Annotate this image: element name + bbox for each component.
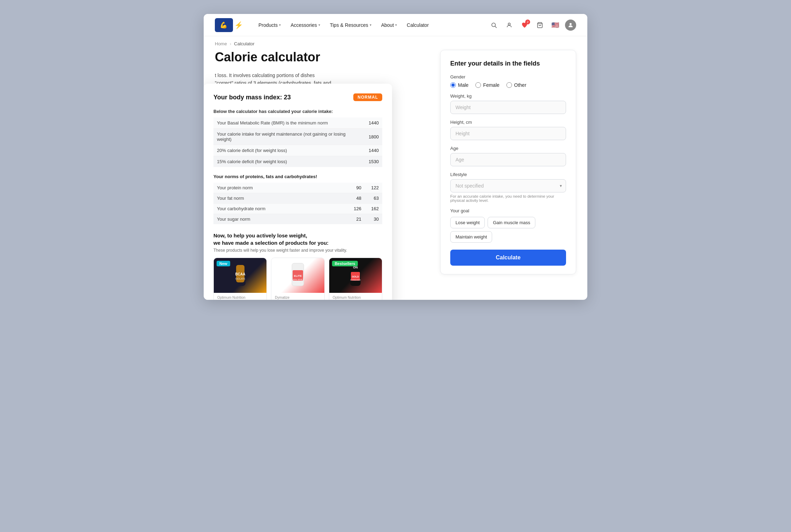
table-row: Your protein norm 90 122 xyxy=(213,183,382,193)
nav-calculator[interactable]: Calculator xyxy=(402,20,433,31)
age-input[interactable] xyxy=(450,153,566,166)
product-image: ELITE 100% WHEY xyxy=(271,258,324,293)
language-button[interactable]: 🇺🇸 xyxy=(550,20,561,31)
calorie-row-value: 1440 xyxy=(361,145,382,156)
macro-kcal: 122 xyxy=(365,183,382,193)
macro-g: 48 xyxy=(347,193,365,204)
gender-male-radio[interactable] xyxy=(450,82,456,88)
goal-maintain-weight[interactable]: Maintain weight xyxy=(450,231,492,243)
product-card[interactable]: ELITE 100% WHEY Dymatize Elite 100% Whey… xyxy=(271,258,324,300)
macro-kcal: 30 xyxy=(365,214,382,225)
gender-male-option[interactable]: Male xyxy=(450,82,468,88)
calorie-row-label: 15% calorie deficit (for weight loss) xyxy=(213,156,361,167)
svg-text:💪: 💪 xyxy=(220,21,228,29)
svg-point-6 xyxy=(570,23,572,25)
lifestyle-field: Lifestyle Not specified Sedentary Lightl… xyxy=(450,172,566,203)
product-info: Dymatize Elite 100% Whey Gourmet V... xyxy=(271,293,324,300)
promo-section: Now, to help you actively lose weight,we… xyxy=(213,232,382,300)
gender-other-radio[interactable] xyxy=(506,82,512,88)
gender-options: Male Female Other xyxy=(450,82,566,88)
breadcrumb: Home › Calculator xyxy=(204,36,587,50)
bmi-title: Your body mass index: 23 xyxy=(213,94,291,101)
product-tag-new: New xyxy=(217,261,230,266)
calculate-button[interactable]: Calculate xyxy=(450,250,566,266)
height-input[interactable] xyxy=(450,127,566,140)
logo-icon: 💪 xyxy=(215,18,233,32)
weight-field: Weight, kg xyxy=(450,93,566,114)
nav-accessories[interactable]: Accessories ▾ xyxy=(286,20,324,31)
svg-text:BCAA: BCAA xyxy=(235,272,245,276)
lifestyle-select-wrap: Not specified Sedentary Lightly active M… xyxy=(450,179,566,192)
product-brand: Optimum Nutrition xyxy=(333,296,378,299)
svg-text:STANDARD: STANDARD xyxy=(350,279,361,281)
gender-other-option[interactable]: Other xyxy=(506,82,526,88)
macro-g: 126 xyxy=(347,204,365,214)
chevron-down-icon: ▾ xyxy=(279,23,281,27)
age-field: Age xyxy=(450,146,566,166)
product-info: Optimum Nutrition Protein Meal Replac... xyxy=(329,293,382,300)
page-title: Calorie calculator xyxy=(215,50,429,64)
svg-line-3 xyxy=(495,26,497,28)
result-card: Your body mass index: 23 NORMAL Below th… xyxy=(204,84,392,300)
svg-point-2 xyxy=(492,23,496,27)
height-field: Height, cm xyxy=(450,120,566,140)
calorie-row-value: 1440 xyxy=(361,117,382,129)
nav-about[interactable]: About ▾ xyxy=(377,20,401,31)
nav-products[interactable]: Products ▾ xyxy=(254,20,285,31)
svg-text:GOLD: GOLD xyxy=(352,275,359,278)
macro-kcal: 63 xyxy=(365,193,382,204)
form-title: Enter your details in the fields xyxy=(450,60,566,67)
weight-input[interactable] xyxy=(450,101,566,114)
table-row: 15% calorie deficit (for weight loss) 15… xyxy=(213,156,382,167)
account-button[interactable] xyxy=(504,20,515,31)
goal-field: Your goal Lose weight Gain muscle mass M… xyxy=(450,208,566,243)
wishlist-badge: 2 xyxy=(525,20,530,24)
gender-female-radio[interactable] xyxy=(475,82,481,88)
calculator-form-panel: Enter your details in the fields Gender … xyxy=(440,50,576,274)
product-tag-bestseller: Bestsellers xyxy=(332,261,358,266)
table-row: Your calorie intake for weight maintenan… xyxy=(213,129,382,145)
table-row: Your fat norm 48 63 xyxy=(213,193,382,204)
macro-g: 90 xyxy=(347,183,365,193)
breadcrumb-separator: › xyxy=(230,41,231,46)
browser-window: 💪 ⚡ Products ▾ Accessories ▾ Tips & Reso… xyxy=(204,14,587,300)
cart-button[interactable] xyxy=(534,20,545,31)
lifestyle-select[interactable]: Not specified Sedentary Lightly active M… xyxy=(450,179,566,192)
svg-text:ISOLATE: ISOLATE xyxy=(235,278,245,280)
calorie-row-value: 1800 xyxy=(361,129,382,145)
calorie-subtitle: Below the calculator has calculated your… xyxy=(213,109,382,114)
svg-text:100% WHEY: 100% WHEY xyxy=(292,279,304,281)
age-label: Age xyxy=(450,146,566,151)
weight-label: Weight, kg xyxy=(450,93,566,99)
product-card[interactable]: BCAA ISOLATE New Optimum Nutrition BCAA … xyxy=(213,258,267,300)
gender-label: Gender xyxy=(450,74,566,79)
breadcrumb-current: Calculator xyxy=(234,41,255,46)
calorie-row-label: Your calorie intake for weight maintenan… xyxy=(213,129,361,145)
search-button[interactable] xyxy=(488,20,499,31)
logo[interactable]: 💪 ⚡ xyxy=(215,18,243,32)
logo-text: ⚡ xyxy=(234,21,243,29)
calorie-row-label: 20% calorie deficit (for weight loss) xyxy=(213,145,361,156)
goal-options: Lose weight Gain muscle mass Maintain we… xyxy=(450,217,566,243)
goal-lose-weight[interactable]: Lose weight xyxy=(450,217,485,228)
macros-title: Your norms of proteins, fats and carbohy… xyxy=(213,174,382,179)
bmi-badge: NORMAL xyxy=(353,93,382,101)
lifestyle-label: Lifestyle xyxy=(450,172,566,177)
product-brand: Optimum Nutrition xyxy=(217,296,263,299)
calorie-row-value: 1530 xyxy=(361,156,382,167)
goal-gain-muscle[interactable]: Gain muscle mass xyxy=(488,217,535,228)
user-avatar[interactable] xyxy=(565,20,576,31)
svg-point-4 xyxy=(508,23,510,25)
macro-label: Your fat norm xyxy=(213,193,347,204)
chevron-down-icon: ▾ xyxy=(318,23,320,27)
wishlist-button[interactable]: 2 xyxy=(519,20,530,31)
table-row: Your carbohydrate norm 126 162 xyxy=(213,204,382,214)
height-label: Height, cm xyxy=(450,120,566,125)
macros-table: Your protein norm 90 122 Your fat norm 4… xyxy=(213,183,382,224)
gender-field: Gender Male Female Other xyxy=(450,74,566,88)
nav-tips[interactable]: Tips & Resources ▾ xyxy=(326,20,376,31)
gender-female-option[interactable]: Female xyxy=(475,82,499,88)
macro-label: Your protein norm xyxy=(213,183,347,193)
products-row: BCAA ISOLATE New Optimum Nutrition BCAA … xyxy=(213,258,382,300)
product-card[interactable]: GOLD STANDARD ON Bestsellers Optimum Nut… xyxy=(329,258,382,300)
